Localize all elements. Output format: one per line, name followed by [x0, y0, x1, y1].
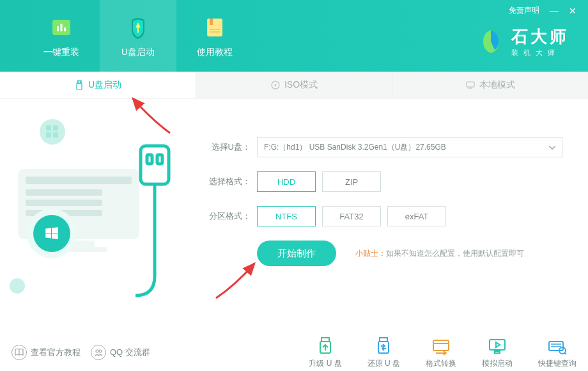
subtab-label: U盘启动: [88, 79, 121, 91]
subtab-local[interactable]: 本地模式: [392, 72, 588, 98]
format-option-hdd[interactable]: HDD: [257, 171, 316, 192]
action-format-convert[interactable]: 格式转换: [426, 336, 456, 369]
subtab-usb-boot[interactable]: U盘启动: [0, 72, 196, 98]
iso-icon: [270, 80, 281, 90]
disk-select-value: F:G:（hd1） USB SanDisk 3.2Gen1（U盘）27.65GB: [264, 142, 446, 153]
action-label: 快捷键查询: [538, 358, 576, 369]
usb-icon: [74, 80, 84, 90]
nav-tutorial[interactable]: 使用教程: [176, 0, 253, 72]
format-label: 选择格式：: [205, 176, 251, 187]
brand-title: 石大师: [511, 26, 569, 48]
svg-rect-7: [210, 31, 220, 33]
select-disk-label: 选择U盘：: [205, 141, 251, 153]
monitor-icon: [12, 162, 146, 258]
svg-rect-19: [46, 132, 51, 138]
svg-rect-10: [78, 81, 79, 83]
close-button[interactable]: ✕: [569, 6, 576, 16]
form-area: 选择U盘： F:G:（hd1） USB SanDisk 3.2Gen1（U盘）2…: [192, 99, 588, 334]
action-hotkey-lookup[interactable]: 快捷键查询: [538, 336, 576, 369]
svg-point-16: [40, 119, 65, 145]
nav-reinstall[interactable]: 一键重装: [23, 0, 100, 72]
svg-rect-28: [141, 146, 169, 184]
hotkey-lookup-icon: [547, 336, 568, 356]
action-label: 格式转换: [426, 358, 456, 369]
reinstall-icon: [47, 13, 75, 42]
subtab-label: ISO模式: [284, 79, 318, 91]
svg-rect-25: [26, 210, 102, 216]
svg-rect-14: [467, 82, 474, 87]
usb-shield-icon: [124, 13, 152, 42]
illustration: [0, 99, 192, 334]
svg-rect-1: [57, 26, 59, 31]
svg-rect-22: [26, 177, 132, 184]
svg-rect-2: [61, 24, 63, 31]
disclaimer-link[interactable]: 免责声明: [509, 5, 539, 16]
disk-select[interactable]: F:G:（hd1） USB SanDisk 3.2Gen1（U盘）27.65GB: [257, 137, 562, 157]
brand-subtitle: 装机大师: [511, 48, 569, 58]
subtabs: U盘启动 ISO模式 本地模式: [0, 72, 588, 99]
tutorial-icon: [201, 13, 229, 42]
windows-icon: [33, 215, 70, 252]
action-upgrade-usb[interactable]: 升级 U 盘: [309, 336, 341, 369]
subtab-label: 本地模式: [479, 79, 515, 91]
svg-point-34: [99, 350, 102, 352]
svg-rect-18: [53, 125, 58, 130]
qq-group-link[interactable]: QQ 交流群: [91, 345, 150, 360]
people-icon: [91, 345, 106, 360]
restore-usb-icon: [373, 336, 394, 356]
svg-rect-43: [549, 342, 563, 351]
tip-label: 小贴士：: [355, 249, 386, 258]
app-header: 一键重装 U盘启动 使用教程 免责声明 — ✕ 石大师 装机大师: [0, 0, 588, 72]
partition-option-exfat[interactable]: exFAT: [387, 206, 446, 226]
bottom-bar: 查看官方教程 QQ 交流群 升级 U 盘 还原 U 盘 格式转换 模拟启动 快捷…: [0, 334, 588, 371]
minimize-button[interactable]: —: [550, 6, 559, 16]
partition-label: 分区格式：: [205, 210, 251, 222]
brand: 石大师 装机大师: [477, 26, 569, 58]
svg-rect-5: [210, 19, 213, 25]
svg-rect-17: [46, 125, 51, 130]
tip: 小贴士：如果不知道怎么配置，使用默认配置即可: [355, 248, 524, 259]
svg-rect-20: [53, 132, 58, 138]
link-label: 查看官方教程: [31, 347, 81, 358]
simulate-boot-icon: [487, 336, 507, 356]
svg-rect-3: [64, 28, 66, 31]
svg-rect-29: [147, 155, 152, 164]
book-icon: [12, 345, 27, 360]
svg-rect-4: [207, 19, 222, 36]
svg-rect-30: [157, 155, 162, 164]
svg-point-13: [274, 84, 276, 86]
partition-option-fat32[interactable]: FAT32: [322, 206, 381, 226]
window-controls: 免责声明 — ✕: [509, 5, 576, 16]
svg-rect-9: [77, 83, 82, 90]
svg-rect-8: [77, 81, 81, 83]
svg-rect-39: [433, 340, 449, 351]
svg-rect-11: [80, 81, 81, 83]
decor-icon: [9, 278, 26, 294]
view-tutorial-link[interactable]: 查看官方教程: [12, 345, 81, 360]
nav-reinstall-label: 一键重装: [43, 47, 79, 58]
partition-option-ntfs[interactable]: NTFS: [257, 206, 316, 226]
nav-usb-boot-label: U盘启动: [121, 47, 155, 58]
svg-rect-42: [495, 351, 500, 353]
svg-point-33: [96, 350, 98, 352]
nav-usb-boot[interactable]: U盘启动: [100, 0, 176, 72]
format-option-zip[interactable]: ZIP: [322, 171, 381, 192]
monitor-icon: [465, 80, 476, 90]
content: 选择U盘： F:G:（hd1） USB SanDisk 3.2Gen1（U盘）2…: [0, 99, 588, 334]
nav-tutorial-label: 使用教程: [197, 47, 233, 58]
action-label: 模拟启动: [482, 358, 513, 369]
upgrade-usb-icon: [315, 336, 336, 356]
action-label: 还原 U 盘: [368, 358, 400, 369]
svg-line-47: [564, 352, 566, 354]
top-nav: 一键重装 U盘启动 使用教程: [0, 0, 253, 72]
action-restore-usb[interactable]: 还原 U 盘: [368, 336, 400, 369]
chevron-down-icon: [549, 143, 555, 152]
format-convert-icon: [431, 336, 451, 356]
subtab-iso[interactable]: ISO模式: [196, 72, 392, 98]
start-create-button[interactable]: 开始制作: [257, 241, 336, 266]
action-simulate-boot[interactable]: 模拟启动: [482, 336, 513, 369]
svg-rect-23: [26, 189, 102, 196]
brand-logo-icon: [477, 28, 505, 56]
svg-rect-15: [468, 88, 472, 89]
svg-rect-41: [490, 340, 505, 350]
